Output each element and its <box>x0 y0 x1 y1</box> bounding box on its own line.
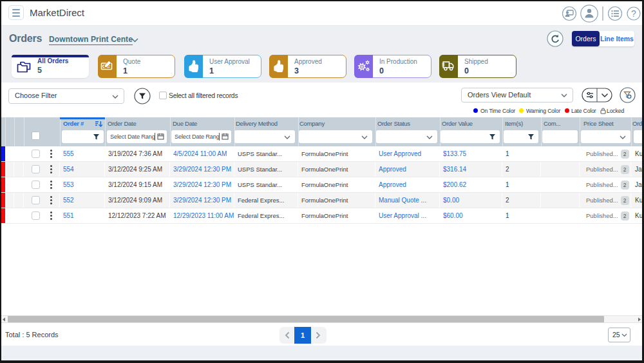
svg-text:?: ? <box>631 8 636 19</box>
